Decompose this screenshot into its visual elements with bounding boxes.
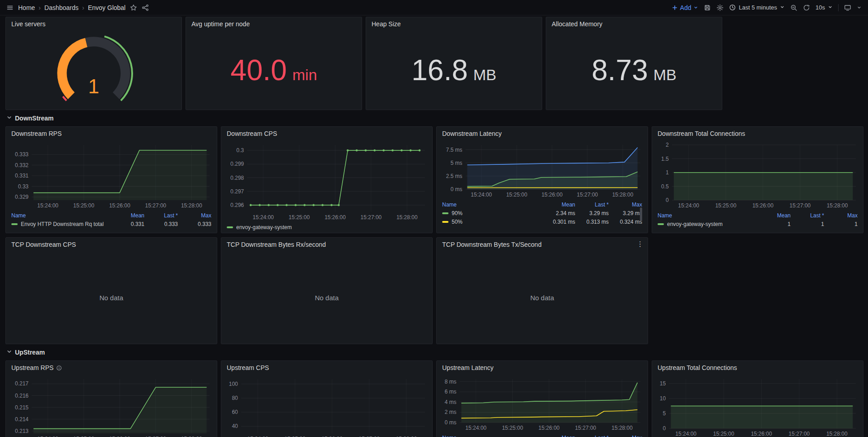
svg-text:15:28:00: 15:28:00 xyxy=(181,202,202,209)
panel-title[interactable]: Upstream CPS xyxy=(221,361,432,375)
panel-downstream-total-connections: Downstream Total Connections 15:24:0015:… xyxy=(652,126,863,233)
panel-title[interactable]: Downstream CPS xyxy=(221,127,432,140)
legend-series-marker xyxy=(11,223,18,225)
time-series-chart[interactable]: 15:24:0015:25:0015:26:0015:27:0015:28:00… xyxy=(657,375,858,437)
panel-title[interactable]: Heap Size xyxy=(366,17,542,31)
legend-series-label[interactable]: 90% xyxy=(442,210,542,216)
svg-text:15:28:00: 15:28:00 xyxy=(826,431,848,437)
svg-text:15:28:00: 15:28:00 xyxy=(612,192,634,198)
time-series-chart[interactable]: 15:24:0015:25:0015:26:0015:27:0015:28:00… xyxy=(441,375,643,432)
stat-unit: MB xyxy=(473,67,496,82)
svg-text:0: 0 xyxy=(666,197,669,203)
panel-title[interactable]: TCP Downstream CPS xyxy=(6,238,217,251)
legend-series-label[interactable]: envoy-gateway-system xyxy=(658,221,757,227)
legend-row: envoy-gateway-system111 xyxy=(658,220,858,228)
panel-title[interactable]: Upstream Total Connections xyxy=(652,361,863,375)
legend-row: envoy-gateway-system xyxy=(227,223,427,231)
chevron-down-icon xyxy=(828,4,833,11)
toolbar-divider xyxy=(838,4,839,11)
panel-tcp-downstream-bytes-rx: TCP Downstream Bytes Rx/second No data xyxy=(221,237,433,344)
breadcrumb-separator: › xyxy=(82,4,85,11)
share-icon[interactable] xyxy=(142,4,149,11)
svg-text:0.329: 0.329 xyxy=(15,194,29,200)
svg-text:0.298: 0.298 xyxy=(230,175,244,181)
svg-text:0.217: 0.217 xyxy=(15,380,29,387)
stat-unit: min xyxy=(292,67,317,82)
legend-series-marker xyxy=(442,212,448,214)
svg-text:0 ms: 0 ms xyxy=(451,186,463,192)
panel-title[interactable]: TCP Downstream Bytes Rx/second xyxy=(221,238,432,251)
svg-text:1: 1 xyxy=(88,75,99,97)
panel-menu-kebab-icon[interactable]: ⋮ xyxy=(637,240,644,247)
svg-text:0.216: 0.216 xyxy=(15,393,29,399)
legend-row: Envoy HTTP Downstream Rq total0.3310.333… xyxy=(11,220,211,228)
panel-title[interactable]: TCP Downstream Bytes Tx/Second xyxy=(437,238,648,251)
time-series-chart[interactable]: 15:24:0015:25:0015:26:0015:27:0015:28:00… xyxy=(226,375,428,437)
svg-text:1: 1 xyxy=(666,169,669,176)
time-series-chart[interactable]: 15:24:0015:25:0015:26:0015:27:0015:28:00… xyxy=(10,141,212,210)
row-downstream-2: TCP Downstream CPS No data TCP Downstrea… xyxy=(5,237,648,344)
legend-scrollbar[interactable] xyxy=(640,207,642,221)
refresh-interval-dropdown[interactable]: 10s xyxy=(816,4,833,11)
panel-tcp-downstream-bytes-tx: TCP Downstream Bytes Tx/Second ⋮ No data xyxy=(436,237,648,344)
section-upstream-header[interactable]: UpStream xyxy=(6,344,45,360)
panel-title[interactable]: Avg uptime per node xyxy=(186,17,362,31)
panel-title[interactable]: Live servers xyxy=(6,17,181,31)
svg-text:15:25:00: 15:25:00 xyxy=(289,214,310,221)
legend-series-label[interactable]: 99% xyxy=(442,227,542,229)
svg-text:15:25:00: 15:25:00 xyxy=(506,192,527,198)
hamburger-menu-icon[interactable] xyxy=(6,4,14,11)
settings-gear-icon[interactable] xyxy=(716,4,724,11)
clock-icon xyxy=(729,4,736,11)
svg-text:80: 80 xyxy=(232,395,238,401)
zoom-out-icon[interactable] xyxy=(790,4,797,11)
legend-header: NameMeanLast *Max xyxy=(442,200,642,209)
svg-text:15:25:00: 15:25:00 xyxy=(715,202,736,209)
svg-text:15:26:00: 15:26:00 xyxy=(324,214,346,221)
panel-title[interactable]: Allocated Memory xyxy=(546,17,722,31)
dashboard-canvas: Live servers 1 Avg uptime per node 40.0 … xyxy=(0,15,868,437)
tv-mode-icon[interactable] xyxy=(844,4,851,11)
svg-text:15:26:00: 15:26:00 xyxy=(539,425,560,431)
svg-text:0.215: 0.215 xyxy=(15,404,29,411)
svg-text:0.297: 0.297 xyxy=(230,188,244,195)
breadcrumb-dashboards[interactable]: Dashboards xyxy=(44,4,79,11)
legend-header: NameMeanLast *Max xyxy=(11,211,211,220)
panel-title[interactable]: Upstream Latency xyxy=(437,361,648,375)
time-series-chart[interactable]: 15:24:0015:25:0015:26:0015:27:0015:28:00… xyxy=(441,141,643,199)
section-downstream-header[interactable]: DownStream xyxy=(6,110,54,126)
chevron-down-icon xyxy=(6,348,12,356)
panel-tcp-downstream-cps: TCP Downstream CPS No data xyxy=(5,237,217,344)
breadcrumb-home[interactable]: Home xyxy=(18,4,35,11)
svg-text:15:27:00: 15:27:00 xyxy=(789,431,810,437)
chevron-down-icon[interactable] xyxy=(857,5,862,10)
breadcrumb-current-dashboard: Envoy Global xyxy=(88,4,125,11)
svg-text:15:26:00: 15:26:00 xyxy=(109,202,130,209)
section-title: UpStream xyxy=(15,349,45,356)
panel-title[interactable]: Downstream Latency xyxy=(437,127,648,140)
legend-series-label[interactable]: 50% xyxy=(442,219,542,225)
legend-series-label[interactable]: envoy-gateway-system xyxy=(227,224,427,231)
refresh-icon[interactable] xyxy=(803,4,810,11)
favorite-star-icon[interactable] xyxy=(130,4,137,11)
plus-icon xyxy=(672,5,678,11)
add-button[interactable]: Add xyxy=(672,4,699,11)
info-icon[interactable] xyxy=(56,365,62,371)
svg-text:15: 15 xyxy=(660,380,666,387)
chart-legend: NameMeanLast *Max90%2.34 ms3.29 ms3.29 m… xyxy=(442,200,642,228)
time-series-chart[interactable]: 15:24:0015:25:0015:26:0015:27:0015:28:00… xyxy=(657,141,858,210)
time-series-chart[interactable]: 15:24:0015:25:0015:26:0015:27:0015:28:00… xyxy=(226,141,428,222)
legend-series-label[interactable]: Envoy HTTP Downstream Rq total xyxy=(11,221,111,227)
svg-text:15:24:00: 15:24:00 xyxy=(678,202,699,209)
panel-title[interactable]: Downstream RPS xyxy=(6,127,217,140)
legend-header: NameMeanLast *Max xyxy=(658,211,858,220)
time-series-chart[interactable]: 15:24:0015:25:0015:26:0015:27:0015:28:00… xyxy=(10,375,212,437)
svg-text:0.33: 0.33 xyxy=(18,183,29,190)
svg-text:5: 5 xyxy=(663,410,666,417)
panel-title[interactable]: Downstream Total Connections xyxy=(652,127,863,140)
save-dashboard-icon[interactable] xyxy=(704,4,711,11)
panel-title[interactable]: Upstream RPS xyxy=(6,361,217,375)
legend-header: NameMeanLast *Max xyxy=(442,433,642,437)
panel-upstream-cps: Upstream CPS 15:24:0015:25:0015:26:0015:… xyxy=(221,360,433,437)
time-range-picker[interactable]: Last 5 minutes xyxy=(729,4,785,11)
